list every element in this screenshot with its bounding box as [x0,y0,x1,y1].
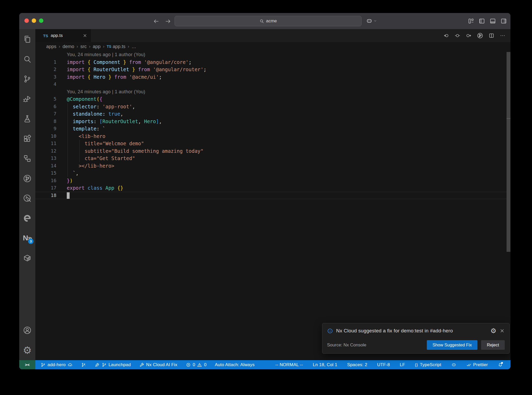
command-center-search[interactable]: acme [175,16,362,26]
more-actions-icon[interactable] [500,32,506,39]
breadcrumb-separator: › [77,44,78,49]
customize-layout-icon[interactable] [468,18,474,24]
activity-bar-item-boxes-icon[interactable] [19,149,35,169]
info-icon [327,328,333,334]
close-window-button[interactable] [24,18,29,23]
activity-bar-item-circle-branch-search-icon[interactable] [19,188,35,208]
status-notifications-bell[interactable] [493,360,508,369]
line-number: 10 [35,133,56,140]
navigate-forward-icon[interactable] [165,18,171,25]
editor-scrollbar[interactable] [507,52,510,252]
activity-bar-item-edge-icon[interactable] [19,208,35,228]
tab-app-ts[interactable]: TS app.ts [35,29,91,42]
remote-indicator[interactable]: >< [19,360,35,369]
line-number: 5 [35,95,56,103]
show-suggested-fix-button[interactable]: Show Suggested Fix [427,340,477,350]
status-nx-cloud-ai-fix[interactable]: Nx Cloud AI Fix [135,360,182,369]
typescript-file-icon: TS [43,34,48,38]
activity-bar-item-circle-branch-icon[interactable] [19,169,35,189]
status-auto-attach[interactable]: Auto Attach: Always [211,360,259,369]
minimize-window-button[interactable] [32,18,36,23]
breadcrumb-separator: › [59,44,60,49]
status-problems[interactable]: 00 [182,360,211,369]
line-number: 7 [35,110,56,118]
braces-icon: {} [415,363,418,367]
code-line-5: 5@Component({ [35,95,510,103]
breadcrumb-item[interactable]: TSapp.ts [107,44,125,49]
line-number: 2 [35,66,56,73]
close-tab-icon[interactable] [83,33,87,38]
split-editor-icon[interactable] [488,32,495,39]
line-number: 15 [35,169,56,177]
code-line-1: 1import { Component } from '@angular/cor… [35,58,510,66]
warn-icon [197,362,202,367]
copilot-icon[interactable] [366,17,373,24]
circle-forward-icon[interactable] [466,32,472,39]
activity-bar-item-container-icon[interactable] [19,248,35,268]
breadcrumb-separator: › [128,44,129,49]
navigate-back-icon[interactable] [153,18,159,25]
activity-bar-item-beaker-icon[interactable] [19,109,35,129]
status-formatter[interactable]: Prettier [461,360,493,369]
code-line-12: 12 subtitle="Build something amazing tod… [35,147,510,155]
notification-toast: Nx Cloud suggested a fix for demo:test i… [322,323,510,354]
status-encoding[interactable]: UTF-8 [372,360,395,369]
search-icon [259,19,264,24]
status-cursor-position[interactable]: Ln 18, Col 1 [308,360,342,369]
status-language-mode[interactable]: {}TypeScript [410,360,446,369]
code-line-15: 15 `, [35,169,510,177]
activity-bar-item-nx-icon[interactable]: N≫3 [19,228,35,248]
toggle-panel-icon[interactable] [489,18,496,24]
vscode-window: acme N≫3⚙ TS app.ts [19,13,510,369]
line-number: 1 [35,58,56,66]
titlebar: acme [19,13,510,29]
notification-settings-gear-icon[interactable]: ⚙ [490,327,496,334]
status-eol[interactable]: LF [395,360,410,369]
code-line-14: 14 ></lib-hero> [35,162,510,170]
breadcrumb-item[interactable]: apps [46,44,56,49]
notification-close-icon[interactable] [500,328,505,333]
run-target-icon[interactable] [477,32,483,39]
activity-bar-item-gear-icon[interactable]: ⚙ [19,340,35,360]
zoom-window-button[interactable] [39,18,43,23]
toggle-sidebar-icon[interactable] [478,18,485,24]
error-icon [186,362,191,367]
chevron-down-icon[interactable] [373,19,377,23]
activity-bar-item-debug-icon[interactable] [19,89,35,109]
status-bar: ><add-heroLaunchpadNx Cloud AI Fix00Auto… [19,360,510,369]
activity-bar-item-account-icon[interactable] [19,320,35,340]
toggle-secondary-sidebar-icon[interactable] [500,18,507,24]
status-launchpad[interactable]: Launchpad [90,360,135,369]
window-controls [24,18,43,23]
search-value: acme [266,18,277,24]
status-copilot-status[interactable] [446,360,461,369]
status-git-branch[interactable]: add-hero [36,360,77,369]
code-editor[interactable]: You, 24 minutes ago | 1 author (You)1imp… [35,51,510,360]
reject-button[interactable]: Reject [481,340,505,350]
line-number: 17 [35,184,56,192]
branch2-icon [81,362,86,367]
breadcrumb-item[interactable]: app [93,44,101,49]
status-vim-mode[interactable]: -- NORMAL -- [270,360,308,369]
line-number: 6 [35,103,56,110]
status-indentation[interactable]: Spaces: 2 [342,360,372,369]
line-number: 12 [35,147,56,155]
nav-back-circle-icon[interactable] [443,32,449,39]
line-number: 11 [35,140,56,147]
breadcrumb-item[interactable]: … [131,44,136,49]
breadcrumb-item[interactable]: src [80,44,87,49]
activity-bar-item-files-icon[interactable] [19,29,35,49]
breadcrumb-separator: › [89,44,90,49]
breadcrumbs: apps›demo›src›app›TSapp.ts›… [35,42,510,51]
status-source-control-graph[interactable] [77,360,90,369]
tab-label: app.ts [51,33,63,38]
activity-bar-item-search-icon[interactable] [19,49,35,69]
line-number: 4 [35,81,56,88]
activity-bar-item-source-control-icon[interactable] [19,69,35,89]
code-line-6: 6 selector: 'app-root', [35,103,510,110]
activity-bar-item-extensions-icon[interactable] [19,129,35,149]
line-number: 9 [35,125,56,133]
branch-icon [41,362,46,367]
breadcrumb-item[interactable]: demo [63,44,74,49]
circle-dash-icon[interactable] [454,32,461,39]
